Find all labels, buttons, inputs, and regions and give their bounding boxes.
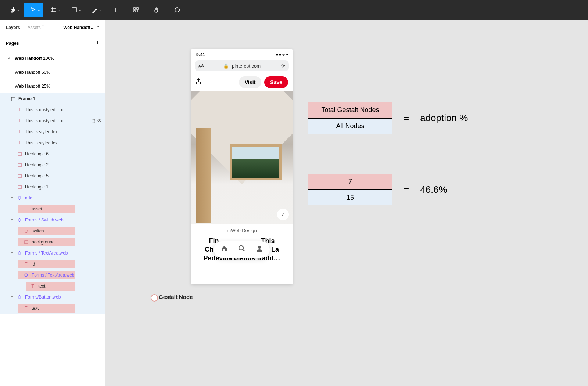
layer-row[interactable]: TThis is styled text — [0, 137, 105, 148]
chevron-down-icon: ⌄ — [37, 8, 40, 12]
file-name: Web Handoff… — [63, 25, 95, 30]
layer-row[interactable]: TThis is unstyled text — [0, 104, 105, 115]
tab-layers[interactable]: Layers — [6, 25, 20, 30]
chevron-down-icon: ⌄ — [99, 8, 102, 12]
chevron-down-icon: ⌄ — [79, 8, 82, 12]
svg-point-12 — [258, 246, 261, 249]
layer-row[interactable]: +asset — [0, 203, 105, 214]
layer-row[interactable]: ▼add — [0, 192, 105, 203]
pen-tool-button[interactable]: ⌄ — [85, 3, 104, 17]
mobile-mockup: 9:41 ▮▮▮▮ ᯤ ▰ ᴀA 🔒 pinterest.com ⟳ Visit… — [191, 49, 293, 284]
result: adoption % — [420, 112, 468, 124]
resources-tool-button[interactable] — [126, 3, 146, 17]
equals-sign: = — [404, 184, 409, 195]
svg-point-9 — [25, 230, 28, 232]
profile-icon[interactable] — [256, 245, 263, 254]
fraction: Total Gestalt Nodes All Nodes — [308, 102, 392, 134]
layer-row[interactable]: Rectangle 2 — [0, 159, 105, 170]
canvas[interactable]: 9:41 ▮▮▮▮ ᯤ ▰ ᴀA 🔒 pinterest.com ⟳ Visit… — [106, 20, 588, 386]
pin-image: ⤢ — [191, 91, 293, 224]
pin-source: mWeb Design — [197, 228, 287, 233]
visit-button[interactable]: Visit — [239, 76, 261, 88]
layer-row[interactable]: TThis is unstyled text⬚👁 — [0, 115, 105, 126]
battery-icon: ▰ — [286, 52, 287, 57]
chevron-down-icon: ⌄ — [17, 8, 20, 12]
denominator: 15 — [308, 190, 392, 205]
pin-action-bar: Visit Save — [191, 73, 293, 91]
layers-list: Frame 1TThis is unstyled textTThis is un… — [0, 93, 105, 386]
denominator: All Nodes — [308, 119, 392, 134]
search-icon[interactable] — [238, 245, 245, 254]
page-item[interactable]: Web Handoff 25% — [0, 79, 105, 93]
pages-label: Pages — [6, 41, 19, 46]
layer-row[interactable]: Ttext — [0, 303, 105, 314]
svg-rect-3 — [137, 8, 138, 9]
pages-heading: Pages + — [0, 35, 105, 51]
svg-rect-1 — [72, 8, 76, 12]
figma-menu-button[interactable]: ⌄ — [3, 3, 22, 17]
layer-row[interactable]: ▼Forms / TextArea.web — [0, 270, 105, 281]
status-bar: 9:41 ▮▮▮▮ ᯤ ▰ — [191, 49, 293, 60]
layer-row[interactable]: ▼Forms / TextArea.web — [0, 248, 105, 259]
svg-rect-10 — [25, 241, 28, 244]
layer-row[interactable]: ▼Forms/Button.web — [0, 292, 105, 303]
layer-row[interactable]: Ttext — [0, 281, 105, 292]
save-button[interactable]: Save — [264, 76, 288, 88]
home-icon[interactable] — [220, 245, 228, 254]
chevron-down-icon: ⌄ — [58, 8, 61, 12]
status-icons: ▮▮▮▮ ᯤ ▰ — [275, 52, 287, 57]
text-size-icon: ᴀA — [198, 64, 204, 68]
layer-row[interactable]: Tid — [0, 259, 105, 270]
pages-list: ✓Web Handoff 100%Web Handoff 50%Web Hand… — [0, 51, 105, 93]
layer-row[interactable]: Rectangle 5 — [0, 170, 105, 181]
address-bar[interactable]: ᴀA 🔒 pinterest.com ⟳ — [195, 60, 289, 71]
fraction: 7 15 — [308, 174, 392, 205]
gestalt-callout: Gestalt Node — [106, 294, 193, 300]
expand-icon[interactable]: ⤢ — [277, 209, 289, 220]
lock-icon: 🔒 — [223, 63, 229, 69]
page-item[interactable]: Web Handoff 50% — [0, 65, 105, 79]
file-switcher[interactable]: Web Handoff… ⌃ — [63, 25, 100, 30]
status-time: 9:41 — [196, 52, 205, 57]
comment-tool-button[interactable] — [168, 3, 187, 17]
page-item[interactable]: ✓Web Handoff 100% — [0, 51, 105, 65]
signal-icon: ▮▮▮▮ — [275, 52, 281, 57]
callout-line — [106, 297, 155, 297]
layer-row[interactable]: TThis is styled text — [0, 126, 105, 137]
result: 46.6% — [420, 184, 447, 195]
move-tool-button[interactable]: ⌄ — [24, 3, 43, 17]
callout-label: Gestalt Node — [159, 294, 193, 300]
top-toolbar: ⌄ ⌄ ⌄ ⌄ ⌄ — [0, 0, 588, 20]
svg-rect-8 — [18, 185, 21, 189]
wifi-icon: ᯤ — [282, 52, 286, 57]
shape-tool-button[interactable]: ⌄ — [65, 3, 84, 17]
svg-rect-6 — [18, 163, 21, 167]
layer-row[interactable]: Rectangle 1 — [0, 181, 105, 192]
layer-row[interactable]: Rectangle 6 — [0, 148, 105, 159]
numerator: 7 — [308, 174, 392, 189]
share-icon[interactable] — [196, 78, 201, 86]
svg-point-11 — [239, 246, 243, 250]
add-page-button[interactable]: + — [96, 39, 100, 47]
tab-assets[interactable]: Assets — [28, 25, 41, 30]
text-tool-button[interactable] — [106, 3, 125, 17]
svg-rect-7 — [18, 174, 21, 178]
layer-row[interactable]: background — [0, 237, 105, 248]
svg-rect-4 — [134, 11, 135, 12]
hand-tool-button[interactable] — [147, 3, 166, 17]
bottom-nav[interactable] — [214, 241, 270, 258]
chevron-updown-icon: ⌃ — [96, 25, 100, 30]
layer-row[interactable]: switch — [0, 226, 105, 237]
svg-rect-5 — [18, 152, 21, 156]
formula-example: 7 15 = 46.6% — [308, 174, 447, 205]
panel-tabs: Layers Assets Web Handoff… ⌃ — [0, 20, 105, 35]
svg-rect-2 — [134, 8, 135, 9]
numerator: Total Gestalt Nodes — [308, 102, 392, 118]
formula-adoption: Total Gestalt Nodes All Nodes = adoption… — [308, 102, 468, 134]
frame-tool-button[interactable]: ⌄ — [44, 3, 63, 17]
refresh-icon[interactable]: ⟳ — [281, 63, 285, 69]
layer-row[interactable]: ▼Forms / Switch.web — [0, 214, 105, 226]
layer-row[interactable]: Frame 1 — [0, 93, 105, 104]
unlock-icon[interactable]: ⬚ — [91, 118, 95, 123]
visibility-icon[interactable]: 👁 — [97, 118, 102, 123]
